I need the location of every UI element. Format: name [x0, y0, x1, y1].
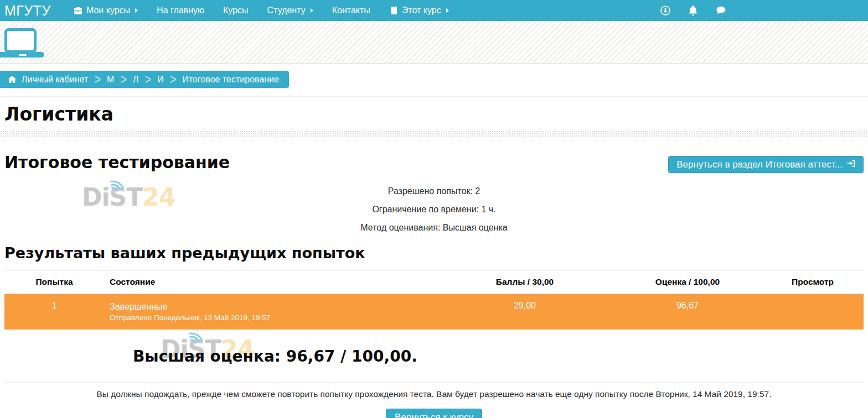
breadcrumb-item-current: Итоговое тестирование	[182, 75, 279, 85]
grading-method-text: Метод оценивания: Высшая оценка	[4, 218, 864, 237]
attempts-allowed-text: Разрешено попыток: 2	[4, 182, 864, 200]
table-header-row: Попытка Состояние Баллы / 30,00 Оценка /…	[4, 271, 864, 294]
time-limit-text: Ограничение по времени: 1 ч.	[4, 200, 864, 218]
breadcrumb-item-dashboard[interactable]: Личный кабинет	[22, 75, 88, 85]
divider	[0, 96, 868, 97]
nav-item-label: Мои курсы	[86, 6, 130, 15]
return-button-label: Вернуться к курсу	[395, 412, 473, 418]
home-icon[interactable]	[8, 75, 17, 83]
attempt-marks-cell: 29,00	[436, 294, 613, 330]
attempt-review-cell	[762, 294, 864, 330]
nav-item-contacts[interactable]: Контакты	[323, 0, 380, 21]
wait-message: Вы должны подождать, прежде чем сможете …	[4, 389, 864, 399]
nav-item-label: Контакты	[332, 6, 370, 15]
breadcrumb-item-section[interactable]: И	[157, 75, 164, 85]
dotted-separator	[0, 130, 868, 138]
nav-item-this-course[interactable]: Этот курс	[380, 0, 458, 21]
site-logo[interactable]: МГУТУ	[4, 3, 51, 19]
attempt-state-cell: Завершенные Отправлено Понедельник, 13 М…	[104, 294, 436, 330]
return-to-course-button[interactable]: Вернуться к курсу	[386, 409, 482, 418]
book-icon	[389, 6, 398, 15]
nav-item-label: На главную	[157, 6, 204, 15]
column-attempt: Попытка	[4, 271, 104, 294]
caret-right-icon	[311, 8, 313, 13]
grade-summary: DiST24 Высшая оценка: 96,67 / 100,00.	[4, 347, 864, 369]
top-navbar: МГУТУ Мои курсы На главную Курсы Студент…	[0, 0, 868, 21]
nav-item-student[interactable]: Студенту	[258, 0, 323, 21]
breadcrumb-item-course[interactable]: Л	[133, 75, 139, 85]
attempt-grade-cell: 96,67	[613, 294, 762, 330]
header-banner	[0, 21, 868, 64]
attempt-number-cell: 1	[4, 294, 104, 330]
nav-right-icons	[660, 5, 726, 16]
column-grade: Оценка / 100,00	[613, 271, 762, 294]
attempts-table: Попытка Состояние Баллы / 30,00 Оценка /…	[4, 270, 864, 330]
return-button-row: Вернуться к курсу	[4, 409, 864, 418]
divider	[4, 383, 864, 383]
quiz-title: Итоговое тестирование	[4, 153, 230, 172]
laptop-screen	[4, 28, 37, 53]
main-content: Логистика Итоговое тестирование Вернутьс…	[0, 103, 868, 418]
results-heading: Результаты ваших предыдущих попыток	[4, 244, 864, 262]
table-row: 1 Завершенные Отправлено Понедельник, 13…	[4, 294, 864, 330]
quiz-info-block: DiST24 Разрешено попыток: 2 Ограничение …	[4, 182, 864, 237]
nav-item-label: Курсы	[223, 6, 249, 15]
nav-item-label: Этот курс	[402, 6, 441, 15]
column-state: Состояние	[104, 271, 436, 294]
back-button-label: Вернуться в раздел Итоговая аттест...	[676, 159, 843, 170]
laptop-icon[interactable]	[4, 28, 54, 60]
back-to-section-button[interactable]: Вернуться в раздел Итоговая аттест...	[668, 156, 864, 173]
sign-in-icon	[847, 159, 855, 170]
attempt-submitted: Отправлено Понедельник, 13 Май 2019, 19:…	[110, 312, 431, 323]
final-grade-text: Высшая оценка: 96,67 / 100,00.	[133, 347, 417, 365]
nav-item-home[interactable]: На главную	[147, 0, 214, 21]
chevron-right-icon: >	[170, 71, 177, 87]
chat-icon[interactable]	[715, 5, 726, 16]
nav-item-label: Студенту	[267, 6, 306, 15]
breadcrumb-item-category[interactable]: М	[107, 75, 114, 85]
nav-item-courses[interactable]: Курсы	[214, 0, 258, 21]
chevron-right-icon: >	[120, 71, 127, 87]
breadcrumb: Личный кабинет > М > Л > И > Итоговое те…	[0, 71, 289, 88]
column-review: Просмотр	[762, 271, 864, 294]
breadcrumb-row: Личный кабинет > М > Л > И > Итоговое те…	[0, 64, 868, 96]
caret-right-icon	[446, 8, 449, 13]
quiz-header-row: Итоговое тестирование Вернуться в раздел…	[4, 153, 864, 173]
column-marks: Баллы / 30,00	[436, 271, 613, 294]
chevron-right-icon: >	[145, 71, 152, 87]
nav-menu: Мои курсы На главную Курсы Студенту Конт…	[64, 0, 660, 21]
chevron-right-icon: >	[94, 71, 101, 87]
nav-item-my-courses[interactable]: Мои курсы	[64, 0, 147, 21]
briefcase-icon	[74, 6, 82, 15]
laptop-base	[0, 52, 44, 58]
course-title: Логистика	[4, 103, 864, 125]
attempt-state: Завершенные	[110, 301, 431, 312]
target-down-icon[interactable]	[660, 5, 671, 16]
bell-icon[interactable]	[688, 5, 699, 16]
caret-right-icon	[135, 8, 138, 13]
